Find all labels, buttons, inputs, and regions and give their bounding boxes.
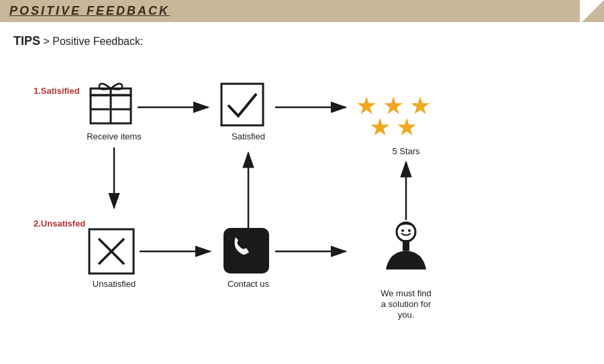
svg-point-15 bbox=[401, 229, 404, 232]
unsatisfied-label: Unsatisfied bbox=[93, 279, 136, 289]
diagram-svg: 1.Satisified Receive items bbox=[27, 60, 577, 328]
tips-line: TIPS > Positive Feedback: bbox=[0, 22, 604, 54]
five-stars-label: 5 Stars bbox=[392, 146, 420, 156]
svg-rect-17 bbox=[403, 240, 409, 251]
solution-label-3: you. bbox=[398, 310, 415, 320]
stars-icon: ★ ★ ★ ★ ★ bbox=[356, 92, 431, 141]
phone-icon bbox=[223, 228, 269, 274]
tips-text: Positive Feedback: bbox=[52, 36, 143, 47]
tips-prefix: TIPS bbox=[13, 34, 40, 48]
svg-text:★: ★ bbox=[369, 113, 391, 141]
receive-items-label: Receive items bbox=[87, 131, 142, 141]
checkmark-icon bbox=[221, 84, 263, 125]
header-title: POSITIVE FEEDBACK bbox=[9, 4, 170, 18]
solution-label-2: a solution for bbox=[381, 299, 432, 309]
header-banner: POSITIVE FEEDBACK bbox=[0, 0, 604, 22]
diagram: 1.Satisified Receive items bbox=[0, 54, 604, 335]
satisfied-label: Satisfied bbox=[232, 131, 265, 141]
svg-point-16 bbox=[408, 229, 411, 232]
solution-label-1: We must find bbox=[381, 288, 432, 298]
person-icon bbox=[386, 223, 426, 269]
svg-text:★: ★ bbox=[396, 113, 417, 141]
label-unsatisfied: 2.Unsatisfed bbox=[34, 219, 85, 229]
tips-arrow: > bbox=[43, 36, 52, 47]
gift-icon bbox=[91, 84, 131, 123]
page-wrapper: POSITIVE FEEDBACK TIPS > Positive Feedba… bbox=[0, 0, 604, 364]
xmark-icon bbox=[89, 229, 134, 274]
svg-rect-4 bbox=[221, 84, 263, 125]
label-satisfied: 1.Satisified bbox=[34, 86, 80, 96]
contact-us-label: Contact us bbox=[228, 279, 270, 289]
